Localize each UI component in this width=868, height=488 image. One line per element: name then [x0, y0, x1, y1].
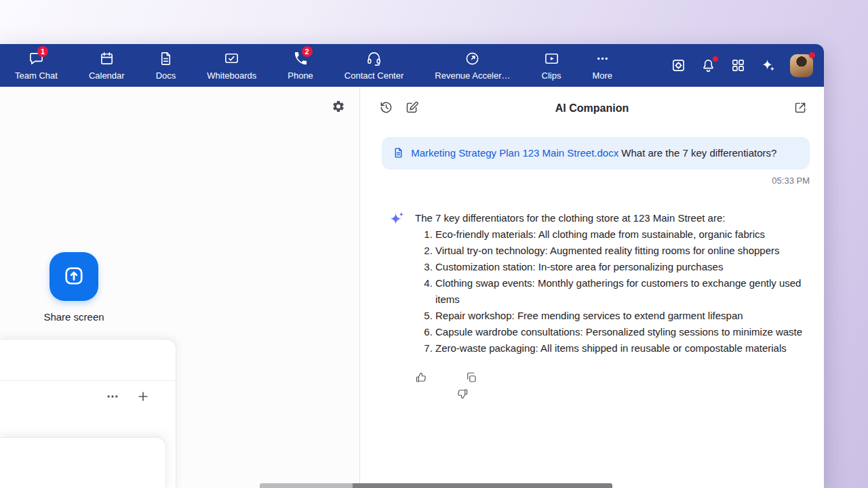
copy-button[interactable]	[465, 371, 477, 386]
whiteboards-icon	[224, 51, 239, 67]
nav-label: Clips	[542, 70, 561, 81]
gear-icon	[332, 100, 345, 115]
dock-strip-segment	[260, 483, 353, 488]
panel-add-button[interactable]	[136, 390, 150, 405]
desktop-background: 1 Team Chat Calendar Docs	[0, 0, 868, 488]
copy-icon	[465, 371, 477, 386]
user-message-bubble: Marketing Strategy Plan 123 Main Street.…	[382, 137, 810, 169]
card-divider	[0, 380, 176, 381]
compose-icon	[405, 100, 419, 117]
panel-more-button[interactable]	[106, 390, 119, 405]
nav-items: 1 Team Chat Calendar Docs	[0, 44, 612, 87]
apps-button[interactable]	[730, 58, 746, 73]
thumbs-down-icon	[440, 371, 452, 386]
differentiator-item: Repair workshop: Free mending services t…	[435, 308, 804, 324]
nav-item-phone[interactable]: 2 Phone	[288, 44, 313, 87]
share-screen-block: Share screen	[20, 252, 128, 323]
ai-header-actions	[379, 100, 419, 117]
workspaces-button[interactable]	[671, 58, 686, 73]
clips-icon	[544, 51, 559, 67]
nav-label: More	[592, 70, 612, 81]
ai-response-body: The 7 key differentiators for the clothi…	[415, 210, 810, 386]
ai-chat-area: Marketing Strategy Plan 123 Main Street.…	[360, 130, 824, 488]
history-icon	[379, 100, 393, 117]
history-button[interactable]	[379, 100, 393, 117]
avatar-status-dot	[809, 52, 815, 58]
share-screen-button[interactable]	[50, 252, 98, 301]
nav-item-revenue-accelerator[interactable]: Revenue Acceler…	[435, 44, 510, 87]
phone-badge: 2	[302, 46, 313, 57]
nav-item-clips[interactable]: Clips	[542, 44, 561, 87]
nav-item-calendar[interactable]: Calendar	[89, 44, 125, 87]
avatar	[790, 54, 813, 77]
nav-label: Contact Center	[344, 70, 403, 81]
dock-strip-segment	[353, 483, 612, 488]
plus-icon	[136, 390, 150, 405]
thumbs-down-button[interactable]	[440, 371, 452, 386]
differentiator-item: Capsule wardrobe consultations: Personal…	[435, 324, 804, 340]
stage-subpanel-card	[0, 437, 166, 488]
team-chat-badge: 1	[37, 46, 48, 57]
zoom-window: 1 Team Chat Calendar Docs	[0, 44, 824, 488]
contact-center-icon	[366, 51, 382, 67]
phone-icon: 2	[293, 51, 309, 67]
workspaces-icon	[671, 58, 686, 73]
message-timestamp: 05:33 PM	[382, 176, 810, 186]
ai-companion-nav-button[interactable]	[760, 58, 776, 73]
nav-item-team-chat[interactable]: 1 Team Chat	[15, 44, 58, 87]
revenue-accelerator-icon	[465, 51, 480, 67]
differentiator-item: Eco-friendly materials: All clothing mad…	[435, 226, 804, 243]
ai-panel-title: AI Companion	[555, 102, 629, 115]
team-chat-icon: 1	[28, 51, 44, 67]
sparkle-icon	[760, 58, 776, 73]
nav-item-more[interactable]: More	[592, 44, 612, 87]
docs-icon	[158, 51, 174, 67]
nav-label: Revenue Acceler…	[435, 70, 510, 81]
apps-grid-icon	[730, 58, 746, 73]
top-navigation: 1 Team Chat Calendar Docs	[0, 44, 824, 87]
more-icon	[595, 51, 610, 67]
calendar-icon	[99, 51, 115, 67]
differentiator-item: Zero-waste packaging: All items shipped …	[435, 340, 804, 357]
share-screen-icon	[62, 264, 86, 290]
nav-label: Phone	[288, 70, 313, 81]
thumbs-up-button[interactable]	[415, 371, 427, 386]
notification-dot	[713, 56, 718, 62]
differentiators-list: Eco-friendly materials: All clothing mad…	[415, 226, 804, 357]
attached-doc-link[interactable]: Marketing Strategy Plan 123 Main Street.…	[411, 147, 618, 159]
notifications-button[interactable]	[701, 58, 716, 73]
new-chat-button[interactable]	[405, 100, 419, 117]
ai-companion-panel: AI Companion Marketing Strategy Plan 123…	[360, 87, 824, 488]
profile-button[interactable]	[790, 54, 813, 77]
pop-out-button[interactable]	[793, 100, 808, 117]
differentiator-item: Virtual try-on technology: Augmented rea…	[435, 243, 804, 259]
nav-item-docs[interactable]: Docs	[156, 44, 176, 87]
nav-item-whiteboards[interactable]: Whiteboards	[207, 44, 256, 87]
nav-label: Docs	[156, 70, 176, 81]
ai-panel-header: AI Companion	[360, 87, 824, 130]
share-screen-label: Share screen	[43, 311, 104, 323]
differentiator-item: Customization station: In-store area for…	[435, 259, 804, 275]
response-intro: The 7 key differentiators for the clothi…	[415, 210, 804, 226]
nav-item-contact-center[interactable]: Contact Center	[344, 44, 403, 87]
settings-gear-button[interactable]	[332, 100, 345, 115]
main-content: Share screen	[0, 87, 824, 488]
document-icon	[393, 147, 411, 159]
differentiator-item: Clothing swap events: Monthly gatherings…	[435, 275, 804, 308]
nav-label: Whiteboards	[207, 70, 256, 81]
thumbs-up-icon	[415, 371, 427, 386]
meeting-stage: Share screen	[0, 87, 360, 488]
ai-sparkle-icon	[389, 210, 405, 386]
card-actions	[106, 390, 150, 405]
nav-label: Team Chat	[15, 70, 58, 81]
ai-response: The 7 key differentiators for the clothi…	[382, 210, 810, 386]
ellipsis-icon	[106, 390, 119, 405]
user-question: What are the 7 key differentiators?	[621, 147, 776, 159]
nav-label: Calendar	[89, 70, 125, 81]
nav-right-icons	[671, 44, 813, 87]
external-link-icon	[793, 100, 808, 117]
response-actions	[415, 371, 804, 386]
